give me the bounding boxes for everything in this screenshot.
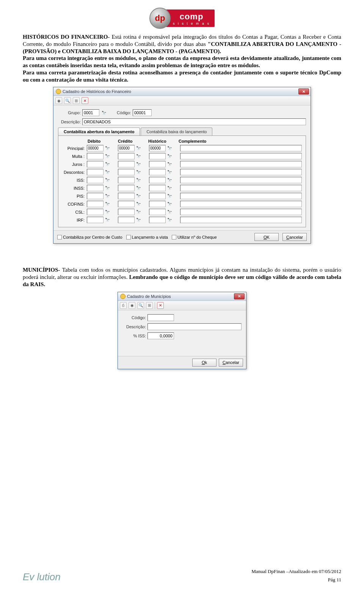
codigo-label: Código: <box>122 315 146 320</box>
binoculars-icon[interactable]: 🔭 <box>135 217 141 223</box>
binoculars-icon[interactable]: 🔭 <box>166 153 173 159</box>
debito-input[interactable] <box>87 161 104 167</box>
binoculars-icon[interactable]: 🔭 <box>135 177 141 183</box>
binoculars-icon[interactable]: 🔭 <box>166 193 173 199</box>
close-icon[interactable]: ✕ <box>298 88 309 94</box>
close-icon[interactable]: ✕ <box>234 293 245 299</box>
grupo-input[interactable] <box>82 109 99 116</box>
chk-utilizar-cheque[interactable]: Utilizar nº do Cheque <box>172 235 217 239</box>
binoculars-icon[interactable]: 🔭 <box>104 169 110 175</box>
binoculars-icon[interactable]: 🔭 <box>135 209 141 215</box>
descricao-input[interactable] <box>82 118 306 125</box>
binoculars-icon[interactable]: 🔭 <box>135 169 141 175</box>
binoculars-icon[interactable]: 🔭 <box>104 209 110 215</box>
cancel-button[interactable]: Cancelar <box>219 359 243 367</box>
binoculars-icon[interactable]: 🔭 <box>135 185 141 191</box>
binoculars-icon[interactable]: 🔭 <box>104 161 110 167</box>
complemento-input[interactable] <box>180 145 302 151</box>
binoculars-icon[interactable]: 🔭 <box>135 193 141 199</box>
toolbar-btn-2[interactable]: ◉ <box>129 302 135 309</box>
historico-input[interactable] <box>149 185 166 191</box>
binoculars-icon[interactable]: 🔭 <box>135 153 141 159</box>
complemento-input[interactable] <box>180 161 302 167</box>
toolbar-btn-3[interactable]: ⊞ <box>73 97 80 104</box>
historico-input[interactable] <box>149 161 166 167</box>
toolbar: ⎙ ◉ 🔍 ⊞ ✕ <box>118 301 246 310</box>
debito-input[interactable] <box>87 193 104 199</box>
toolbar-btn-1[interactable]: ⎙ <box>120 302 127 309</box>
binoculars-icon[interactable]: 🔭 <box>104 193 110 199</box>
credito-input[interactable] <box>118 161 135 167</box>
historico-input[interactable] <box>149 145 166 151</box>
debito-input[interactable] <box>87 153 104 159</box>
historico-input[interactable] <box>149 201 166 207</box>
binoculars-icon[interactable]: 🔭 <box>104 217 110 223</box>
binoculars-icon[interactable]: 🔭 <box>135 161 141 167</box>
binoculars-icon[interactable]: 🔭 <box>104 153 110 159</box>
credito-input[interactable] <box>118 177 135 183</box>
ok-button[interactable]: OK <box>254 233 279 241</box>
descricao-input[interactable] <box>147 323 242 330</box>
toolbar-btn-1[interactable]: ◉ <box>55 97 62 104</box>
binoculars-icon[interactable]: 🔭 <box>135 201 141 207</box>
binoculars-icon[interactable]: 🔭 <box>166 217 173 223</box>
credito-input[interactable] <box>118 185 135 191</box>
credito-input[interactable] <box>118 145 135 151</box>
binoculars-icon[interactable]: 🔭 <box>166 177 173 183</box>
toolbar-delete-icon[interactable]: ✕ <box>157 302 164 309</box>
debito-input[interactable] <box>87 217 104 223</box>
binoculars-icon[interactable]: 🔭 <box>104 177 110 183</box>
historico-input[interactable] <box>149 193 166 199</box>
complemento-input[interactable] <box>180 209 302 215</box>
credito-input[interactable] <box>118 201 135 207</box>
complemento-input[interactable] <box>180 217 302 223</box>
binoculars-icon[interactable]: 🔭 <box>166 161 173 167</box>
cancel-button[interactable]: Cancelar <box>282 233 307 241</box>
complemento-input[interactable] <box>180 169 302 175</box>
debito-input[interactable] <box>87 169 104 175</box>
complemento-input[interactable] <box>180 193 302 199</box>
credito-input[interactable] <box>118 169 135 175</box>
complemento-input[interactable] <box>180 153 302 159</box>
iss-input[interactable] <box>147 332 174 339</box>
ok-button[interactable]: Ok <box>192 359 217 367</box>
debito-input[interactable] <box>87 201 104 207</box>
codigo-input[interactable] <box>133 109 152 116</box>
historico-input[interactable] <box>149 177 166 183</box>
binoculars-icon[interactable]: 🔭 <box>104 145 110 151</box>
historico-input[interactable] <box>149 217 166 223</box>
binoculars-icon[interactable]: 🔭 <box>166 145 173 151</box>
binoculars-icon[interactable]: 🔭 <box>166 201 173 207</box>
binoculars-icon[interactable]: 🔭 <box>104 185 110 191</box>
historico-input[interactable] <box>149 153 166 159</box>
credito-input[interactable] <box>118 217 135 223</box>
toolbar-btn-3[interactable]: 🔍 <box>137 302 144 309</box>
chk-lancamento-vista[interactable]: Lançamento a vista <box>126 235 168 239</box>
credito-input[interactable] <box>118 193 135 199</box>
codigo-input[interactable] <box>147 314 174 321</box>
credito-input[interactable] <box>118 153 135 159</box>
binoculars-icon[interactable]: 🔭 <box>166 169 173 175</box>
toolbar-delete-icon[interactable]: ✕ <box>82 97 88 104</box>
debito-input[interactable] <box>87 209 104 215</box>
tab-abertura[interactable]: Contabiliza abertura do lançamento <box>58 128 140 135</box>
page-number: Pág 11 <box>251 577 341 583</box>
complemento-input[interactable] <box>180 185 302 191</box>
binoculars-icon[interactable]: 🔭 <box>101 110 107 116</box>
complemento-input[interactable] <box>180 177 302 183</box>
binoculars-icon[interactable]: 🔭 <box>104 201 110 207</box>
debito-input[interactable] <box>87 145 104 151</box>
historico-input[interactable] <box>149 169 166 175</box>
binoculars-icon[interactable]: 🔭 <box>135 145 141 151</box>
binoculars-icon[interactable]: 🔭 <box>166 209 173 215</box>
toolbar-btn-2[interactable]: 🔍 <box>64 97 71 104</box>
debito-input[interactable] <box>87 185 104 191</box>
complemento-input[interactable] <box>180 201 302 207</box>
tab-baixa[interactable]: Contabiliza baixa do lançamento <box>141 128 212 135</box>
historico-input[interactable] <box>149 209 166 215</box>
binoculars-icon[interactable]: 🔭 <box>166 185 173 191</box>
chk-centro-custo[interactable]: Contabiliza por Centro de Custo <box>57 235 122 239</box>
toolbar-btn-4[interactable]: ⊞ <box>146 302 153 309</box>
debito-input[interactable] <box>87 177 104 183</box>
credito-input[interactable] <box>118 209 135 215</box>
